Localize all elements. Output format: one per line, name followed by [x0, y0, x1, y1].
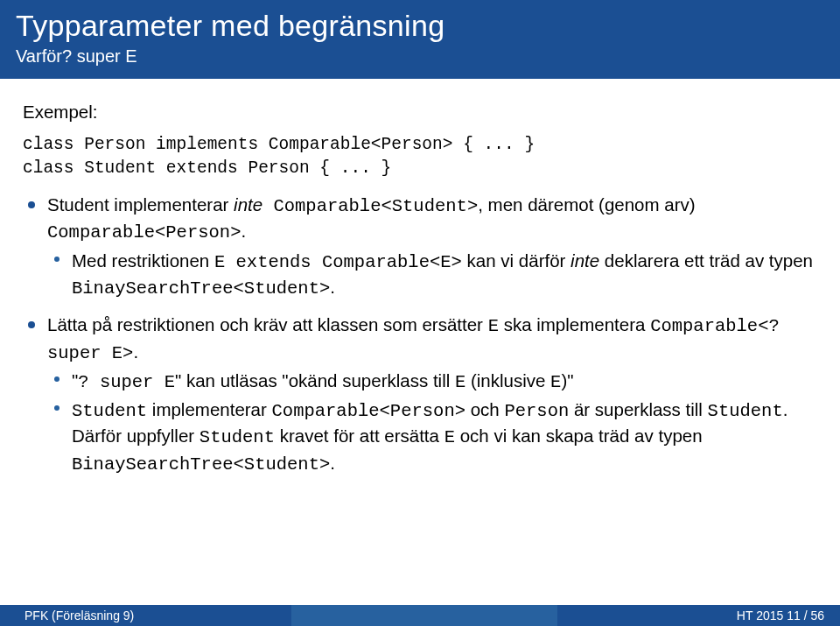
text: ska implementera — [499, 314, 650, 334]
example-label: Exempel: — [23, 100, 817, 124]
slide-body: Exempel: class Person implements Compara… — [0, 79, 840, 477]
footer-right: HT 2015 11 / 56 — [557, 605, 840, 626]
text: Med restriktionen — [72, 250, 214, 271]
text: Person — [504, 401, 569, 421]
text: ? super E — [78, 372, 175, 392]
text: E — [488, 316, 499, 336]
text: och — [466, 399, 504, 419]
text: E — [455, 372, 466, 392]
text: Student — [72, 401, 147, 421]
text: deklarera ett träd av typen — [599, 250, 813, 271]
slide-header: Typparameter med begränsning Varför? sup… — [0, 0, 840, 79]
slide-footer: PFK (Föreläsning 9) HT 2015 11 / 56 — [0, 605, 840, 626]
text: inte — [234, 194, 262, 215]
text: Student — [200, 427, 275, 447]
text: Lätta på restriktionen och kräv att klas… — [47, 314, 488, 334]
bullet-2b: Student implementerar Comparable<Person>… — [47, 397, 817, 477]
text: . — [330, 453, 335, 473]
text: Comparable<Person> — [47, 222, 241, 243]
text: inte — [570, 250, 599, 271]
bullet-1a: Med restriktionen E extends Comparable<E… — [47, 249, 817, 302]
text: E — [550, 372, 561, 392]
text: . — [330, 277, 335, 297]
text: , men däremot (genom arv) — [478, 194, 695, 215]
text: E extends Comparable<E> — [214, 252, 462, 272]
footer-mid — [291, 605, 558, 626]
bullet-2a: "? super E" kan utläsas "okänd superklas… — [47, 369, 817, 395]
text: )" — [561, 370, 573, 390]
bullet-2: Lätta på restriktionen och kräv att klas… — [23, 313, 817, 477]
text: " kan utläsas "okänd superklass till — [175, 370, 455, 390]
text: Student — [708, 401, 783, 421]
text: BinaySearchTree<Student> — [72, 454, 330, 475]
slide-subtitle: Varför? super E — [16, 46, 824, 67]
code-block: class Person implements Comparable<Perso… — [23, 133, 817, 180]
text: implementerar — [147, 399, 271, 419]
text: Student implementerar — [47, 194, 234, 215]
text: kravet för att ersätta — [275, 426, 444, 446]
text: och vi kan skapa träd av typen — [455, 426, 703, 446]
text: . — [241, 221, 246, 241]
text: Comparable<Person> — [272, 401, 466, 421]
text: E — [444, 427, 455, 447]
text: kan vi därför — [462, 250, 570, 271]
text: Comparable<Student> — [262, 196, 478, 216]
text: . — [133, 341, 138, 362]
text: (inklusive — [466, 370, 550, 390]
slide-title: Typparameter med begränsning — [16, 9, 824, 43]
bullet-1: Student implementerar inte Comparable<St… — [23, 193, 817, 301]
footer-left: PFK (Föreläsning 9) — [0, 605, 291, 626]
text: BinaySearchTree<Student> — [72, 278, 330, 299]
text: är superklass till — [569, 399, 707, 419]
